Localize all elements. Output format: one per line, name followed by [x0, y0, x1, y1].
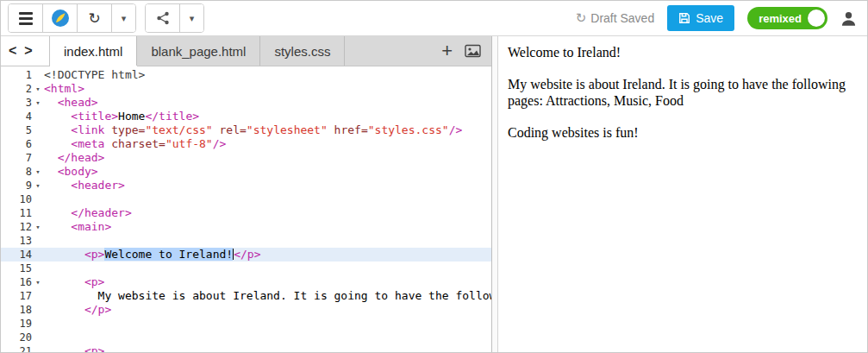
- gutter: 6: [1, 137, 44, 151]
- fold-arrow-icon[interactable]: ▾: [32, 275, 44, 289]
- code-token-tag: <link: [71, 123, 111, 136]
- code-text: </head>: [44, 151, 491, 165]
- fold-arrow-icon[interactable]: ▾: [32, 96, 44, 110]
- toolbar-left-group: ↻ ▾ ▾: [8, 3, 204, 33]
- code-line-4[interactable]: 4 <title>Home</title>: [1, 110, 491, 123]
- line-number: 18: [1, 303, 32, 317]
- insert-image-button[interactable]: [465, 44, 481, 58]
- code-line-16[interactable]: 16▾ <p>: [1, 275, 491, 289]
- refresh-options-dropdown[interactable]: ▾: [112, 4, 135, 32]
- code-token-text: [44, 248, 84, 261]
- main-content: < > index.htmlblank_page.htmlstyles.css …: [1, 36, 867, 352]
- menu-button[interactable]: [9, 4, 43, 32]
- refresh-preview-button[interactable]: ↻: [78, 4, 112, 32]
- code-token-tag: <header>: [71, 179, 125, 192]
- share-options-dropdown[interactable]: ▾: [180, 4, 203, 32]
- code-area[interactable]: 1<!DOCTYPE html>2▾<html>3▾ <head>4 <titl…: [1, 66, 491, 352]
- fold-spacer: [32, 248, 44, 262]
- preview-paragraph: Welcome to Ireland!: [508, 44, 858, 61]
- code-line-10[interactable]: 10: [1, 192, 491, 206]
- code-line-20[interactable]: 20: [1, 331, 491, 344]
- code-token-tag: <main>: [71, 220, 111, 233]
- line-number: 14: [1, 248, 32, 262]
- gutter: 15: [1, 262, 44, 275]
- main-toolbar: ↻ ▾ ▾: [1, 1, 867, 36]
- code-token-tag: <p>: [84, 344, 104, 352]
- thimble-app-window: ↻ ▾ ▾: [0, 0, 868, 353]
- remixed-toggle[interactable]: remixed: [747, 7, 827, 29]
- gutter: 1: [1, 68, 44, 82]
- code-line-21[interactable]: 21 <p>: [1, 344, 491, 352]
- fold-arrow-icon[interactable]: ▾: [32, 82, 44, 96]
- gutter: 14: [1, 248, 44, 262]
- code-token-text: [44, 110, 71, 123]
- save-button[interactable]: Save: [667, 5, 734, 31]
- pane-divider[interactable]: [492, 36, 498, 352]
- code-line-11[interactable]: 11 </header>: [1, 206, 491, 220]
- tab-styles-css[interactable]: styles.css: [260, 36, 345, 66]
- file-tab-bar: < > index.htmlblank_page.htmlstyles.css …: [1, 36, 491, 66]
- code-text: My website is about Ireland. It is going…: [44, 289, 491, 303]
- code-line-7[interactable]: 7 </head>: [1, 151, 491, 165]
- code-line-13[interactable]: 13: [1, 234, 491, 248]
- line-number: 19: [1, 317, 32, 331]
- fold-arrow-icon[interactable]: ▾: [32, 165, 44, 179]
- gutter: 19: [1, 317, 44, 331]
- code-token-text: [213, 123, 220, 136]
- code-token-text: [44, 206, 71, 219]
- save-icon: [678, 12, 690, 24]
- fold-spacer: [32, 151, 44, 165]
- code-text: <link type="text/css" rel="stylesheet" h…: [44, 123, 491, 137]
- code-text: <p>: [44, 344, 491, 352]
- line-number: 12: [1, 220, 32, 234]
- code-line-6[interactable]: 6 <meta charset="utf-8"/>: [1, 137, 491, 151]
- code-line-1[interactable]: 1<!DOCTYPE html>: [1, 68, 491, 82]
- thimble-logo-icon: [51, 9, 70, 28]
- tab-index-html[interactable]: index.html: [50, 36, 137, 66]
- code-line-3[interactable]: 3▾ <head>: [1, 96, 491, 110]
- code-line-2[interactable]: 2▾<html>: [1, 82, 491, 96]
- fold-spacer: [32, 289, 44, 303]
- code-line-5[interactable]: 5 <link type="text/css" rel="stylesheet"…: [1, 123, 491, 137]
- code-line-9[interactable]: 9▾ <header>: [1, 179, 491, 192]
- fold-arrow-icon[interactable]: ▾: [32, 179, 44, 192]
- add-file-button[interactable]: +: [441, 41, 453, 60]
- code-token-text: [328, 123, 334, 136]
- code-token-text: [44, 96, 58, 109]
- code-line-17[interactable]: 17 My website is about Ireland. It is go…: [1, 289, 491, 303]
- code-line-8[interactable]: 8▾ <body>: [1, 165, 491, 179]
- code-token-text: [44, 275, 84, 288]
- code-token-tag: <body>: [58, 165, 98, 178]
- nav-back-button[interactable]: <: [9, 44, 16, 58]
- gutter: 8▾: [1, 165, 44, 179]
- code-text: [44, 234, 491, 248]
- line-number: 7: [1, 151, 32, 165]
- code-text: <html>: [44, 82, 491, 96]
- code-text: <!DOCTYPE html>: [44, 68, 491, 82]
- gutter: 9▾: [1, 179, 44, 192]
- code-text: <body>: [44, 165, 491, 179]
- code-token-text: [44, 165, 58, 178]
- project-logo-button[interactable]: [43, 4, 78, 32]
- fold-spacer: [32, 192, 44, 206]
- share-icon: [156, 11, 170, 25]
- tab-blank-page-html[interactable]: blank_page.html: [137, 36, 260, 66]
- line-number: 16: [1, 275, 32, 289]
- user-account-button[interactable]: [840, 10, 857, 27]
- code-line-19[interactable]: 19: [1, 317, 491, 331]
- tab-actions: +: [441, 36, 491, 66]
- code-line-14[interactable]: 14 <p>Welcome to Ireland!</p>: [1, 248, 491, 262]
- share-button[interactable]: [146, 4, 180, 32]
- fold-arrow-icon[interactable]: ▾: [32, 220, 44, 234]
- code-text: [44, 317, 491, 331]
- code-text: <main>: [44, 220, 491, 234]
- code-line-18[interactable]: 18 </p>: [1, 303, 491, 317]
- fold-spacer: [32, 262, 44, 275]
- code-line-12[interactable]: 12▾ <main>: [1, 220, 491, 234]
- user-icon: [840, 10, 857, 27]
- code-token-tag: <title>: [71, 110, 118, 123]
- chevron-down-icon: ▾: [122, 13, 127, 24]
- code-line-15[interactable]: 15: [1, 262, 491, 275]
- line-number: 6: [1, 137, 32, 151]
- nav-forward-button[interactable]: >: [24, 44, 32, 58]
